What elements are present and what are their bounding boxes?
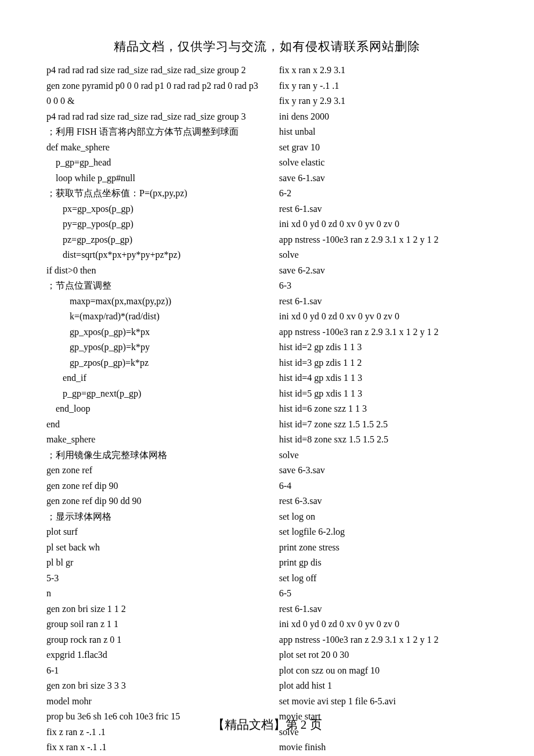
code-line: end bbox=[46, 417, 258, 433]
code-line: gp_zpos(p_gp)=k*pz bbox=[46, 355, 258, 371]
code-line: 5-3 bbox=[46, 571, 258, 586]
code-line: p4 rad rad rad size rad_size rad_size ra… bbox=[46, 63, 258, 78]
code-line: save 6-2.sav bbox=[279, 263, 488, 279]
code-line: app nstress -100e3 ran z 2.9 3.1 x 1 2 y… bbox=[279, 325, 488, 340]
code-line: set logfile 6-2.log bbox=[279, 524, 488, 540]
code-line: hist id=2 gp zdis 1 1 3 bbox=[279, 340, 488, 355]
code-line: pl set back wh bbox=[46, 540, 258, 556]
code-line: p_gp=gp_head bbox=[46, 155, 258, 171]
code-line: gen zone ref dip 90 bbox=[46, 478, 258, 494]
code-line: rest 6-1.sav bbox=[279, 294, 488, 309]
code-line: print gp dis bbox=[279, 555, 488, 571]
code-line: plot surf bbox=[46, 524, 258, 540]
code-line: gp_xpos(p_gp)=k*px bbox=[46, 325, 258, 340]
code-line: expgrid 1.flac3d bbox=[46, 647, 258, 663]
code-line: make_sphere bbox=[46, 432, 258, 448]
code-line: hist id=7 zone szz 1.5 1.5 2.5 bbox=[279, 417, 488, 433]
code-line: 6-1 bbox=[46, 663, 258, 679]
code-line: hist id=4 gp xdis 1 1 3 bbox=[279, 370, 488, 386]
code-line: hist unbal bbox=[279, 124, 488, 140]
code-line: fix x ran x 2.9 3.1 bbox=[279, 63, 488, 78]
code-line: ；获取节点点坐标值：P=(px,py,pz) bbox=[46, 186, 258, 201]
page-footer: 【精品文档】第 2 页 bbox=[0, 717, 534, 733]
code-line: fix y ran y -.1 .1 bbox=[279, 78, 488, 94]
code-line: set movie avi step 1 file 6-5.avi bbox=[279, 694, 488, 710]
code-line: set log off bbox=[279, 571, 488, 586]
code-line: if dist>0 then bbox=[46, 263, 258, 279]
code-line: def make_sphere bbox=[46, 140, 258, 156]
code-line: dist=sqrt(px*px+py*py+pz*pz) bbox=[46, 247, 258, 263]
code-line: gen zon bri size 1 1 2 bbox=[46, 602, 258, 617]
code-line: gen zone ref dip 90 dd 90 bbox=[46, 494, 258, 509]
code-line: loop while p_gp#null bbox=[46, 171, 258, 186]
code-line: 6-2 bbox=[279, 186, 488, 201]
code-line: ；显示球体网格 bbox=[46, 509, 258, 525]
code-line: plot add hist 1 bbox=[279, 678, 488, 694]
code-line: 6-4 bbox=[279, 478, 488, 494]
code-line: app nstress -100e3 ran z 2.9 3.1 x 1 2 y… bbox=[279, 232, 488, 248]
code-line: ；节点位置调整 bbox=[46, 278, 258, 294]
code-line: group soil ran z 1 1 bbox=[46, 617, 258, 632]
code-line: pl bl gr bbox=[46, 555, 258, 571]
code-line: set grav 10 bbox=[279, 140, 488, 156]
code-line: hist id=3 gp zdis 1 1 2 bbox=[279, 355, 488, 371]
code-line: ini xd 0 yd 0 zd 0 xv 0 yv 0 zv 0 bbox=[279, 217, 488, 232]
code-line: gen zone pyramid p0 0 0 rad p1 0 rad rad… bbox=[46, 78, 258, 94]
code-line: movie finish bbox=[279, 740, 488, 755]
content-area: p4 rad rad rad size rad_size rad_size ra… bbox=[0, 55, 534, 755]
code-line: solve bbox=[279, 448, 488, 463]
left-column: p4 rad rad rad size rad_size rad_size ra… bbox=[46, 63, 258, 755]
code-line: end_if bbox=[46, 370, 258, 386]
code-line: gen zon bri size 3 3 3 bbox=[46, 678, 258, 694]
code-line: px=gp_xpos(p_gp) bbox=[46, 201, 258, 217]
code-line: plot set rot 20 0 30 bbox=[279, 647, 488, 663]
code-line: set log on bbox=[279, 509, 488, 525]
code-line: ini xd 0 yd 0 zd 0 xv 0 yv 0 zv 0 bbox=[279, 617, 488, 632]
code-line: save 6-3.sav bbox=[279, 463, 488, 478]
code-line: solve bbox=[279, 247, 488, 263]
code-line: ；利用 FISH 语言将内部立方体节点调整到球面 bbox=[46, 124, 258, 140]
code-line: k=(maxp/rad)*(rad/dist) bbox=[46, 309, 258, 325]
code-line: hist id=8 zone sxz 1.5 1.5 2.5 bbox=[279, 432, 488, 448]
code-line: 6-5 bbox=[279, 586, 488, 602]
code-line: group rock ran z 0 1 bbox=[46, 632, 258, 648]
code-line: save 6-1.sav bbox=[279, 171, 488, 186]
code-line: p4 rad rad rad size rad_size rad_size ra… bbox=[46, 109, 258, 125]
code-line: rest 6-3.sav bbox=[279, 494, 488, 509]
code-line: ini dens 2000 bbox=[279, 109, 488, 125]
code-line: gp_ypos(p_gp)=k*py bbox=[46, 340, 258, 355]
code-line: py=gp_ypos(p_gp) bbox=[46, 217, 258, 232]
code-line: print zone stress bbox=[279, 540, 488, 556]
code-line: hist id=5 gp xdis 1 1 3 bbox=[279, 386, 488, 402]
code-line: ；利用镜像生成完整球体网格 bbox=[46, 448, 258, 463]
page-header: 精品文档，仅供学习与交流，如有侵权请联系网站删除 bbox=[0, 0, 534, 55]
code-line: app nstress -100e3 ran z 2.9 3.1 x 1 2 y… bbox=[279, 632, 488, 648]
right-column: fix x ran x 2.9 3.1fix y ran y -.1 .1fix… bbox=[279, 63, 488, 755]
code-line: pz=gp_zpos(p_gp) bbox=[46, 232, 258, 248]
code-line: gen zone ref bbox=[46, 463, 258, 478]
code-line: p_gp=gp_next(p_gp) bbox=[46, 386, 258, 402]
code-line: ini xd 0 yd 0 zd 0 xv 0 yv 0 zv 0 bbox=[279, 309, 488, 325]
code-line: plot con szz ou on magf 10 bbox=[279, 663, 488, 679]
code-line: fix x ran x -.1 .1 bbox=[46, 740, 258, 755]
code-line: solve elastic bbox=[279, 155, 488, 171]
code-line: rest 6-1.sav bbox=[279, 602, 488, 617]
code-line: model mohr bbox=[46, 694, 258, 710]
code-line: fix y ran y 2.9 3.1 bbox=[279, 93, 488, 109]
code-line: 0 0 0 & bbox=[46, 93, 258, 109]
code-line: hist id=6 zone szz 1 1 3 bbox=[279, 401, 488, 417]
code-line: 6-3 bbox=[279, 278, 488, 294]
code-line: end_loop bbox=[46, 401, 258, 417]
code-line: rest 6-1.sav bbox=[279, 201, 488, 217]
code-line: n bbox=[46, 586, 258, 602]
code-line: maxp=max(px,max(py,pz)) bbox=[46, 294, 258, 309]
